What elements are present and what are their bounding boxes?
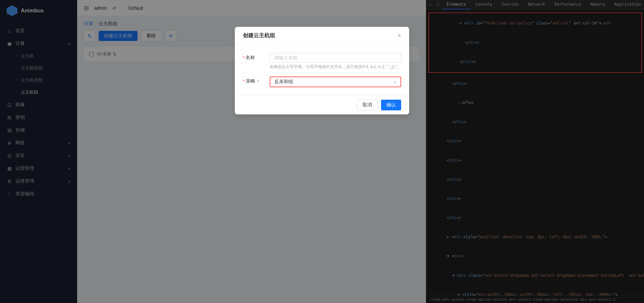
policy-select-value: 反亲和组 <box>274 79 293 85</box>
name-label: * 名称 <box>243 53 270 61</box>
modal-close-button[interactable]: × <box>397 32 401 39</box>
form-item-policy: * 策略 ? 反亲和组 ∨ <box>243 77 401 87</box>
policy-select[interactable]: 反亲和组 ∨ <box>270 77 401 87</box>
modal-header: 创建云主机组 × <box>235 27 409 45</box>
policy-control: 反亲和组 ∨ <box>270 77 401 87</box>
policy-label: * 策略 ? <box>243 77 270 84</box>
required-mark: * <box>243 55 245 60</box>
modal-title: 创建云主机组 <box>243 32 275 39</box>
policy-required-mark: * <box>243 79 245 84</box>
name-hint: 名称应以大写字母、小写字母或中文开头，且只包含0-9, a-z, A-Z, "-… <box>270 64 401 70</box>
confirm-button[interactable]: 确认 <box>381 100 401 110</box>
modal-overlay: 创建云主机组 × * 名称 名称应以大写字母、小写字母或中文开头，且只包含0-9… <box>0 0 644 303</box>
create-vm-group-modal: 创建云主机组 × * 名称 名称应以大写字母、小写字母或中文开头，且只包含0-9… <box>235 27 409 114</box>
name-input[interactable] <box>270 53 401 62</box>
form-item-name: * 名称 名称应以大写字母、小写字母或中文开头，且只包含0-9, a-z, A-… <box>243 53 401 70</box>
cancel-button[interactable]: 取消 <box>357 100 378 110</box>
modal-footer: 取消 确认 <box>235 95 409 114</box>
policy-dropdown-icon: ∨ <box>393 79 396 85</box>
modal-body: * 名称 名称应以大写字母、小写字母或中文开头，且只包含0-9, a-z, A-… <box>235 45 409 95</box>
name-control: 名称应以大写字母、小写字母或中文开头，且只包含0-9, a-z, A-Z, "-… <box>270 53 401 70</box>
policy-help-icon[interactable]: ? <box>257 79 259 84</box>
